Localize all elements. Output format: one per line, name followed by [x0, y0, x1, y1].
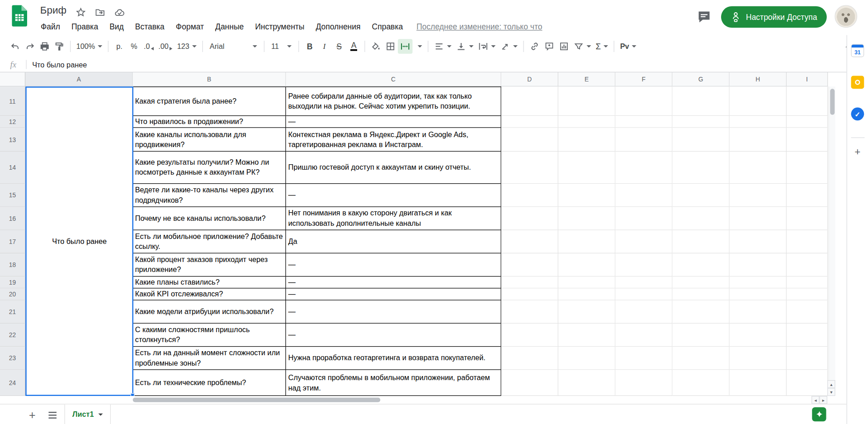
cell-E17-empty[interactable]: [558, 230, 615, 253]
redo-button[interactable]: [23, 39, 38, 54]
zoom-select[interactable]: 100%: [74, 39, 105, 54]
cell-I23-empty[interactable]: [787, 347, 828, 370]
column-header-F[interactable]: F: [615, 72, 672, 86]
cell-G24-empty[interactable]: [673, 370, 730, 396]
cell-E12-empty[interactable]: [558, 116, 615, 128]
select-all-corner[interactable]: [0, 72, 25, 86]
cell-I19-empty[interactable]: [787, 276, 828, 288]
cell-H17-empty[interactable]: [730, 230, 787, 253]
comments-icon[interactable]: [698, 10, 712, 25]
row-header-24[interactable]: 24: [0, 370, 25, 396]
print-button[interactable]: [38, 39, 52, 54]
cell-C20-answer[interactable]: —: [286, 289, 501, 300]
scroll-up-button[interactable]: ▲: [827, 380, 835, 388]
cell-B13-question[interactable]: Какие каналы использовали для продвижени…: [133, 128, 286, 152]
cell-D13-empty[interactable]: [501, 128, 558, 152]
filter-button[interactable]: [571, 39, 594, 54]
cell-I21-empty[interactable]: [787, 300, 828, 324]
all-sheets-menu-button[interactable]: [45, 408, 60, 423]
cell-H14-empty[interactable]: [730, 152, 787, 184]
cell-E23-empty[interactable]: [558, 347, 615, 370]
menu-item-0[interactable]: Файл: [35, 20, 66, 33]
more-formats-button[interactable]: 123: [175, 39, 199, 54]
cell-H13-empty[interactable]: [730, 128, 787, 152]
cell-F14-empty[interactable]: [615, 152, 672, 184]
cell-I18-empty[interactable]: [787, 253, 828, 276]
cell-F24-empty[interactable]: [615, 370, 672, 396]
vertical-scrollbar[interactable]: [829, 86, 835, 380]
menu-item-1[interactable]: Правка: [66, 20, 104, 33]
cell-E22-empty[interactable]: [558, 324, 615, 347]
move-to-folder-icon[interactable]: [94, 7, 106, 18]
cell-B11-question[interactable]: Какая стратегия была ранее?: [133, 86, 286, 116]
cell-D14-empty[interactable]: [501, 152, 558, 184]
cell-I12-empty[interactable]: [787, 116, 828, 128]
document-title[interactable]: Бриф: [40, 5, 66, 16]
cell-G17-empty[interactable]: [673, 230, 730, 253]
cell-F16-empty[interactable]: [615, 207, 672, 230]
last-edit-link[interactable]: Последнее изменение: только что: [416, 22, 542, 31]
merged-cell-a[interactable]: Что было ранее: [25, 86, 133, 396]
cell-E16-empty[interactable]: [558, 207, 615, 230]
cell-B20-question[interactable]: Какой KPI отслеживался?: [133, 289, 286, 300]
cell-E11-empty[interactable]: [558, 86, 615, 116]
cell-E13-empty[interactable]: [558, 128, 615, 152]
get-addons-button[interactable]: +: [854, 146, 860, 158]
cell-I13-empty[interactable]: [787, 128, 828, 152]
vertical-scrollbar-thumb[interactable]: [830, 89, 835, 115]
row-header-15[interactable]: 15: [0, 184, 25, 207]
sheet-tab[interactable]: Лист1: [65, 405, 111, 424]
cell-C24-answer[interactable]: Случаются проблемы в мобильном приложени…: [286, 370, 501, 396]
paint-format-button[interactable]: [52, 39, 67, 54]
scroll-left-button[interactable]: ◄: [811, 396, 820, 404]
cell-H12-empty[interactable]: [730, 116, 787, 128]
cell-G11-empty[interactable]: [673, 86, 730, 116]
cell-D19-empty[interactable]: [501, 276, 558, 288]
cell-F17-empty[interactable]: [615, 230, 672, 253]
explore-button[interactable]: [812, 407, 826, 421]
text-wrap-button[interactable]: [476, 39, 498, 54]
cell-C22-answer[interactable]: —: [286, 324, 501, 347]
cell-D15-empty[interactable]: [501, 184, 558, 207]
row-header-13[interactable]: 13: [0, 128, 25, 152]
cell-G13-empty[interactable]: [673, 128, 730, 152]
column-header-G[interactable]: G: [673, 72, 730, 86]
cell-F23-empty[interactable]: [615, 347, 672, 370]
share-button[interactable]: Настройки Доступа: [721, 6, 827, 28]
cell-F18-empty[interactable]: [615, 253, 672, 276]
row-header-11[interactable]: 11: [0, 86, 25, 116]
row-header-12[interactable]: 12: [0, 116, 25, 128]
column-header-I[interactable]: I: [787, 72, 828, 86]
menu-item-4[interactable]: Формат: [170, 20, 209, 33]
cell-H15-empty[interactable]: [730, 184, 787, 207]
undo-button[interactable]: [8, 39, 23, 54]
decrease-decimal-button[interactable]: .0: [142, 39, 156, 54]
tasks-icon[interactable]: ✓: [851, 108, 864, 121]
cell-I15-empty[interactable]: [787, 184, 828, 207]
cell-B21-question[interactable]: Какие модели атрибуции использовали?: [133, 300, 286, 324]
formula-bar-value[interactable]: Что было ранее: [32, 60, 87, 69]
italic-button[interactable]: I: [317, 39, 332, 54]
cell-B15-question[interactable]: Ведете ли какие-то каналы через других п…: [133, 184, 286, 207]
cell-D16-empty[interactable]: [501, 207, 558, 230]
sheets-logo-icon[interactable]: [12, 5, 27, 27]
cell-C11-answer[interactable]: Ранее собирали данные об аудитории, так …: [286, 86, 501, 116]
cell-E21-empty[interactable]: [558, 300, 615, 324]
menu-item-7[interactable]: Дополнения: [310, 20, 366, 33]
cell-F21-empty[interactable]: [615, 300, 672, 324]
cell-F11-empty[interactable]: [615, 86, 672, 116]
cell-E14-empty[interactable]: [558, 152, 615, 184]
row-header-14[interactable]: 14: [0, 152, 25, 184]
cell-I17-empty[interactable]: [787, 230, 828, 253]
cell-I20-empty[interactable]: [787, 289, 828, 300]
cell-F20-empty[interactable]: [615, 289, 672, 300]
cell-D11-empty[interactable]: [501, 86, 558, 116]
increase-decimal-button[interactable]: .00: [156, 39, 175, 54]
font-family-select[interactable]: Arial: [206, 39, 260, 54]
insert-comment-button[interactable]: [542, 39, 557, 54]
cell-D22-empty[interactable]: [501, 324, 558, 347]
column-header-E[interactable]: E: [558, 72, 615, 86]
merge-options-caret[interactable]: [413, 39, 425, 54]
cell-B23-question[interactable]: Есть ли на данный момент сложности или п…: [133, 347, 286, 370]
row-header-18[interactable]: 18: [0, 253, 25, 276]
